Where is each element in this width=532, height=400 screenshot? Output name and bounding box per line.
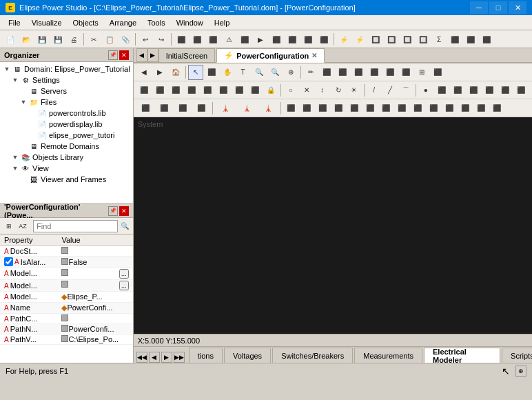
ct-p2[interactable]: ⬛ (319, 65, 334, 80)
tb7[interactable]: ⬛ (237, 32, 252, 47)
ct-select[interactable]: ⬛ (204, 65, 219, 80)
tb21[interactable]: ⬛ (463, 32, 478, 47)
organizer-pin-btn[interactable]: 📌 (108, 50, 118, 60)
new-btn[interactable]: 📄 (3, 32, 18, 47)
ct-p7[interactable]: ⬛ (398, 65, 413, 80)
menu-tools[interactable]: Tools (142, 17, 171, 28)
ct3-e9[interactable]: ⬛ (410, 101, 425, 116)
ct3-e11[interactable]: ⬛ (442, 101, 457, 116)
menu-help[interactable]: Help (209, 17, 236, 28)
save-all-btn[interactable]: 💾 (50, 32, 65, 47)
ct3-e3[interactable]: ⬛ (315, 101, 330, 116)
ct-home[interactable]: 🏠 (168, 65, 183, 80)
ct-p6[interactable]: ⬛ (382, 65, 398, 80)
print-btn[interactable]: 🖨 (66, 32, 81, 47)
tb15[interactable]: 🔲 (368, 32, 383, 47)
minimize-button[interactable]: ─ (470, 1, 488, 14)
ct2-rot[interactable]: ↻ (331, 83, 346, 98)
ct-fwd[interactable]: ▶ (152, 65, 167, 80)
ct2-2[interactable]: ⬛ (152, 83, 167, 98)
ct2-7[interactable]: ⬛ (232, 83, 247, 98)
btab-measurements[interactable]: Measurements (354, 348, 422, 363)
ct2-1[interactable]: ⬛ (136, 83, 152, 98)
ct-p4[interactable]: ⬛ (351, 65, 366, 80)
tb11[interactable]: ⬛ (300, 32, 316, 47)
ct3-3[interactable]: ⬛ (174, 101, 192, 116)
ct2-dot[interactable]: ● (418, 83, 433, 98)
ct2-l1[interactable]: / (367, 83, 382, 98)
ct2-curve[interactable]: ⌒ (398, 83, 413, 98)
tb10[interactable]: ⬛ (285, 32, 300, 47)
ct3-e7[interactable]: ⬛ (378, 101, 393, 116)
ct2-s6[interactable]: ⬛ (513, 83, 529, 98)
open-btn[interactable]: 📂 (19, 32, 34, 47)
ct-zoom[interactable]: 🔍 (252, 65, 267, 80)
tree-item-view[interactable]: ▼ 👁 View (0, 163, 133, 174)
undo-btn[interactable]: ↩ (138, 32, 153, 47)
ct-back[interactable]: ◀ (136, 65, 152, 80)
ct2-8[interactable]: ⬛ (247, 83, 263, 98)
ct3-e12[interactable]: ⬛ (458, 101, 473, 116)
prop-model2-btn[interactable]: ... (119, 281, 129, 290)
tb16[interactable]: 🔲 (384, 32, 399, 47)
ct2-4[interactable]: ⬛ (184, 83, 199, 98)
ct2-3[interactable]: ⬛ (168, 83, 183, 98)
tab-nav-right[interactable]: ▶ (147, 48, 158, 62)
tab-nav-left[interactable]: ◀ (136, 48, 147, 62)
ct-zoomin[interactable]: ⊕ (283, 65, 298, 80)
props-close-btn[interactable]: ✕ (119, 206, 129, 216)
tb8[interactable]: ▶ (253, 32, 268, 47)
btabs-nav-last[interactable]: ▶▶ (174, 352, 185, 363)
ct2-s5[interactable]: ⬛ (498, 83, 513, 98)
tb9[interactable]: ⬛ (269, 32, 284, 47)
tb20[interactable]: ⬛ (447, 32, 462, 47)
btab-electrical-modeler[interactable]: Electrical Modeler (424, 348, 500, 363)
tb19[interactable]: Σ (431, 32, 447, 47)
tree-item-viewer[interactable]: 🖼 Viewer and Frames (0, 174, 133, 185)
ct3-tower1[interactable]: 🗼 (215, 101, 236, 116)
tb22[interactable]: ⬛ (479, 32, 494, 47)
ct-p8[interactable]: ⊞ (414, 65, 429, 80)
btab-switches-breakers[interactable]: Switches/Breakers (272, 348, 353, 363)
tb18[interactable]: 🔲 (416, 32, 431, 47)
ct2-5[interactable]: ⬛ (200, 83, 215, 98)
ct2-s3[interactable]: ⬛ (466, 83, 481, 98)
ct-p9[interactable]: ⬛ (430, 65, 445, 80)
props-search-btn[interactable]: 🔍 (119, 220, 130, 232)
props-pin-btn[interactable]: 📌 (108, 206, 118, 216)
tab-initialscreen[interactable]: InitialScreen (158, 48, 216, 62)
ct2-lock[interactable]: 🔒 (263, 83, 278, 98)
btabs-nav-prev[interactable]: ◀ (149, 352, 160, 363)
organizer-close-btn[interactable]: ✕ (119, 50, 129, 60)
ct-p3[interactable]: ⬛ (335, 65, 350, 80)
ct3-4[interactable]: ⬛ (192, 101, 210, 116)
tree-item-settings[interactable]: ▼ ⚙ Settings (0, 74, 133, 86)
tb4[interactable]: ⬛ (190, 32, 205, 47)
status-btn[interactable]: ⊕ (515, 366, 526, 377)
ct3-e8[interactable]: ⬛ (394, 101, 409, 116)
ct3-1[interactable]: ⬛ (136, 101, 154, 116)
tab-close-btn[interactable]: ✕ (311, 52, 317, 59)
ct3-2[interactable]: ⬛ (155, 101, 173, 116)
ct-cursor[interactable]: ↖ (188, 65, 203, 80)
btab-tions[interactable]: tions (189, 348, 223, 363)
tree-item-powercontrols[interactable]: 📄 powercontrols.lib (0, 108, 133, 119)
prop-model1-btn[interactable]: ... (119, 269, 129, 279)
ct2-6[interactable]: ⬛ (216, 83, 231, 98)
tree-item-servers[interactable]: 🖥 Servers (0, 86, 133, 97)
props-search-input[interactable] (33, 220, 118, 232)
tree-item-objects-library[interactable]: ▼ 📚 Objects Library (0, 152, 133, 163)
ct3-e1[interactable]: ⬛ (283, 101, 298, 116)
tree-item-domain[interactable]: ▼ 🖥 Domain: Elipse_Power_Tutorial (0, 63, 133, 74)
ct3-e2[interactable]: ⬛ (299, 101, 314, 116)
btab-voltages[interactable]: Voltages (224, 348, 271, 363)
ct2-x[interactable]: ✕ (299, 83, 314, 98)
ct2-arrow[interactable]: ↕ (315, 83, 330, 98)
tb12[interactable]: ⬛ (316, 32, 331, 47)
tab-powerconfig[interactable]: ⚡ PowerConfiguration ✕ (216, 48, 325, 63)
ct3-e14[interactable]: ⬛ (489, 101, 504, 116)
redo-btn[interactable]: ↪ (154, 32, 169, 47)
ct2-sun[interactable]: ☀ (347, 83, 362, 98)
ct-p5[interactable]: ⬛ (367, 65, 382, 80)
ct2-s1[interactable]: ⬛ (434, 83, 449, 98)
